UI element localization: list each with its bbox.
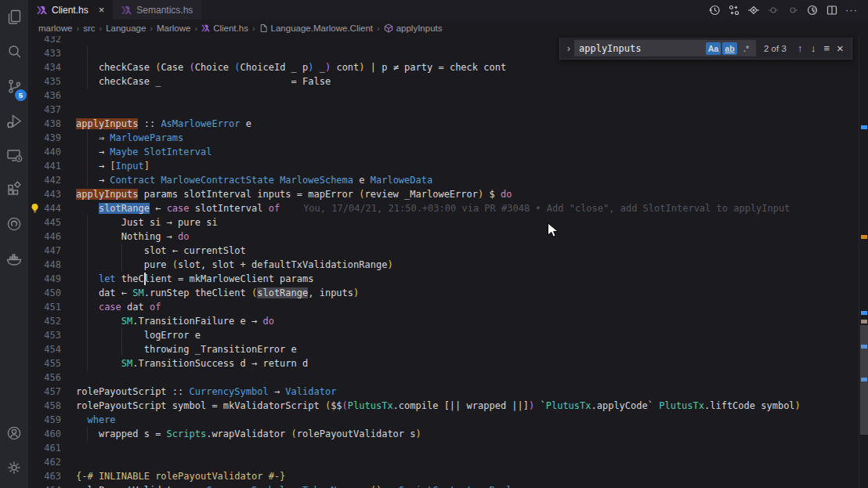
code-line[interactable]: 447 slot ← currentSlot — [28, 244, 868, 258]
line-number: 440 — [28, 145, 61, 159]
code-token: ( — [291, 428, 297, 439]
breadcrumb-item-module[interactable]: Language.Marlowe.Client — [259, 23, 373, 33]
code-line[interactable]: 460 wrapped s = Scripts.wrapValidator (r… — [28, 427, 868, 441]
breadcrumb-item[interactable]: Language — [106, 23, 146, 33]
code-line[interactable]: 443applyInputs params slotInterval input… — [28, 187, 868, 201]
previous-change-icon[interactable] — [765, 0, 782, 20]
code-line[interactable]: 464rolePayoutValidator :: CurrencySymbol… — [28, 483, 868, 488]
code-line[interactable]: 451 case dat of — [28, 300, 868, 314]
find-input[interactable] — [579, 43, 704, 54]
code-line[interactable]: 448 pure (slot, slot + defaultTxValidati… — [28, 258, 868, 272]
symbol-namespace-icon — [384, 23, 393, 33]
code-line[interactable]: 435 checkCase _ = False — [28, 74, 868, 89]
code-token: rolePayoutScript :: — [76, 386, 190, 397]
code-line[interactable]: 439 ⇒ MarloweParams — [28, 131, 868, 145]
whole-word-button[interactable]: ab — [722, 42, 737, 55]
haskell-icon — [121, 5, 132, 15]
code-line[interactable]: 444 slotRange ← case slotInterval ofYou,… — [28, 201, 868, 215]
code-line[interactable]: 457rolePayoutScript :: CurrencySymbol → … — [28, 385, 868, 399]
code-token: ( — [172, 259, 178, 270]
code-token: Case — [161, 62, 189, 73]
more-actions-icon[interactable]: ··· — [843, 0, 860, 20]
accounts-icon[interactable] — [0, 416, 28, 450]
code-token: theClient = mkMarloweClient params — [116, 273, 314, 284]
code-line[interactable]: 453 logError e — [28, 328, 868, 342]
remote-explorer-icon[interactable] — [0, 138, 28, 172]
tab-semantics-hs[interactable]: Semantics.hs — [113, 0, 201, 20]
breadcrumb-item-file[interactable]: Client.hs — [201, 23, 248, 33]
code-token: PlutusTx — [546, 400, 591, 411]
docker-icon[interactable] — [0, 241, 28, 276]
code-token: checkCase — [76, 62, 155, 73]
code-editor[interactable]: 432433434 checkCase (Case (Choice (Choic… — [28, 36, 868, 488]
breadcrumb-item[interactable]: marlowe — [38, 23, 72, 33]
code-line[interactable]: 446 Nothing → do — [28, 230, 868, 244]
split-editor-icon[interactable] — [823, 0, 841, 20]
code-line[interactable]: 445 Just si → pure si — [28, 215, 868, 230]
find-in-selection-icon[interactable]: ≡ — [820, 41, 834, 56]
code-line[interactable]: 462 — [28, 455, 868, 469]
find-widget: › Aa ab .* 2 of 3 ↑ ↓ ≡ × — [559, 38, 852, 60]
code-line[interactable]: 452 SM.TransitionFailure e → do — [28, 314, 868, 328]
scrollbar[interactable] — [859, 36, 868, 488]
breadcrumb-item[interactable]: Marlowe — [157, 23, 190, 33]
timeline-icon[interactable] — [804, 0, 821, 20]
breadcrumb-item-symbol[interactable]: applyInputs — [384, 23, 443, 33]
breadcrumb-item[interactable]: src — [83, 23, 95, 33]
code-line[interactable]: 456 — [28, 371, 868, 385]
code-line[interactable]: 454 throwing _TransitionError e — [28, 342, 868, 356]
code-text: slot ← currentSlot — [76, 244, 246, 258]
code-line[interactable]: 436 — [28, 89, 868, 103]
find-results-count: 2 of 3 — [764, 44, 787, 53]
next-change-icon[interactable] — [784, 0, 801, 20]
run-debug-icon[interactable] — [0, 103, 28, 138]
close-find-icon[interactable]: × — [834, 41, 847, 56]
code-line[interactable]: 458rolePayoutScript symbol = mkValidator… — [28, 399, 868, 413]
code-text: {-# INLINABLE rolePayoutValidator #-} — [76, 469, 285, 483]
code-line[interactable]: 461 — [28, 441, 868, 455]
code-line[interactable]: 438applyInputs :: AsMarloweError e — [28, 117, 868, 131]
code-line[interactable]: 437 — [28, 103, 868, 117]
toggle-replace-icon[interactable]: › — [563, 42, 574, 54]
tab-client-hs[interactable]: Client.hs × — [28, 0, 113, 20]
overview-ruler-mark — [861, 125, 867, 129]
scrollbar-thumb[interactable] — [860, 325, 868, 435]
code-line[interactable]: 455 SM.TransitionSuccess d → return d — [28, 356, 868, 371]
code-line[interactable]: 440 → Maybe SlotInterval — [28, 145, 868, 159]
haskell-icon — [201, 24, 210, 32]
tab-bar: Client.hs × Semantics.hs — [28, 0, 868, 20]
settings-gear-icon[interactable] — [0, 450, 28, 485]
history-icon[interactable] — [706, 0, 723, 20]
search-icon[interactable] — [0, 34, 28, 69]
code-token: ← — [150, 203, 167, 214]
source-control-icon[interactable]: 5 — [0, 69, 28, 103]
code-line[interactable]: 441 → [Input] — [28, 159, 868, 173]
code-line[interactable]: 459 where — [28, 413, 868, 427]
find-previous-icon[interactable]: ↑ — [794, 41, 807, 56]
open-changes-icon[interactable] — [725, 0, 743, 20]
code-token: MarloweContractState — [161, 175, 274, 186]
tab-close-icon[interactable]: × — [99, 4, 105, 16]
code-token: applyInputs — [76, 189, 138, 200]
code-token: → — [76, 146, 110, 157]
regex-button[interactable]: .* — [739, 42, 754, 55]
code-line[interactable]: 449 let theClient = mkMarloweClient para… — [28, 272, 868, 286]
explorer-icon[interactable] — [0, 0, 28, 34]
code-line[interactable]: 442 → Contract MarloweContractState Marl… — [28, 173, 868, 187]
toggle-blame-icon[interactable] — [745, 0, 762, 20]
match-case-button[interactable]: Aa — [706, 42, 721, 55]
line-number: 457 — [28, 385, 61, 399]
line-number: 458 — [28, 399, 61, 413]
code-line[interactable]: 450 dat ← SM.runStep theClient (slotRang… — [28, 286, 868, 300]
code-line[interactable]: 434 checkCase (Case (Choice (ChoiceId _ … — [28, 60, 868, 74]
find-next-icon[interactable]: ↓ — [807, 41, 820, 56]
git-blame-annotation: You, 17/04/21, 21:50.+03:00 via PR #3048… — [303, 203, 790, 214]
github-icon[interactable] — [0, 207, 28, 241]
code-token: SM — [121, 316, 132, 327]
code-token: → — [76, 175, 110, 186]
code-line[interactable]: 463{-# INLINABLE rolePayoutValidator #-} — [28, 469, 868, 483]
code-token: ChoiceId _ p — [241, 62, 309, 73]
line-number: 450 — [28, 286, 61, 300]
overview-ruler-mark — [861, 320, 867, 324]
extensions-icon[interactable] — [0, 172, 28, 207]
